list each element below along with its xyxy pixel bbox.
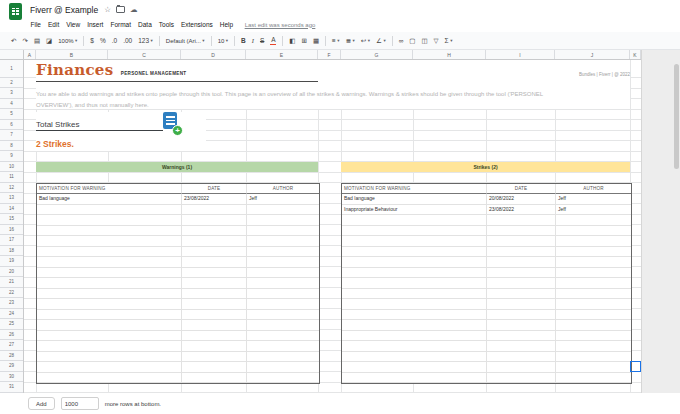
table-cell[interactable] (342, 320, 487, 331)
table-cell[interactable] (556, 362, 631, 373)
document-title[interactable]: Fiverr @ Example (30, 5, 98, 15)
table-cell[interactable] (342, 226, 487, 237)
column-header-J[interactable]: J (555, 50, 630, 59)
table-cell[interactable] (342, 341, 487, 352)
table-cell[interactable] (247, 362, 319, 373)
text-wrap-icon[interactable]: ↩▾ (358, 34, 372, 48)
table-cell[interactable] (487, 341, 556, 352)
row-header-7[interactable]: 7 (0, 130, 23, 141)
row-header-30[interactable]: 30 (0, 372, 23, 383)
vertical-align-icon[interactable]: ≣▾ (343, 34, 357, 48)
table-cell[interactable] (487, 236, 556, 247)
cloud-saved-icon[interactable]: ☁ (130, 5, 138, 15)
table-cell[interactable] (556, 247, 631, 258)
table-cell[interactable] (342, 278, 487, 289)
last-edit-link[interactable]: Last edit was seconds ago (245, 22, 316, 28)
table-cell[interactable]: Bad language (37, 194, 182, 205)
table-cell[interactable] (182, 257, 247, 268)
table-cell[interactable] (342, 289, 487, 300)
table-cell[interactable]: 23/08/2022 (487, 205, 556, 216)
table-cell[interactable] (556, 289, 631, 300)
menu-view[interactable]: View (63, 21, 84, 28)
strikes-header[interactable]: Strikes (2) (341, 162, 630, 173)
credit-text[interactable]: Bundles | Fiverr | @ 2022 (480, 72, 630, 77)
horizontal-align-icon[interactable]: ≡▾ (330, 34, 343, 48)
table-cell[interactable] (247, 331, 319, 342)
table-cell[interactable] (37, 331, 182, 342)
zoom-select[interactable]: 100%▾ (56, 34, 80, 48)
row-header-4[interactable]: 4 (0, 99, 23, 110)
table-cell[interactable] (247, 299, 319, 310)
table-cell[interactable] (37, 362, 182, 373)
table-cell[interactable] (247, 341, 319, 352)
table-cell[interactable] (182, 341, 247, 352)
table-cell[interactable] (556, 278, 631, 289)
table-cell[interactable] (182, 215, 247, 226)
row-header-23[interactable]: 23 (0, 298, 23, 309)
table-cell[interactable] (247, 236, 319, 247)
table-cell[interactable] (342, 331, 487, 342)
menu-help[interactable]: Help (216, 21, 236, 28)
row-header-2[interactable]: 2 (0, 78, 23, 89)
table-cell[interactable] (247, 257, 319, 268)
table-cell[interactable] (342, 257, 487, 268)
column-header-C[interactable]: C (108, 50, 181, 59)
row-header-31[interactable]: 31 (0, 382, 23, 393)
text-rotation-icon[interactable]: ∠▾ (374, 34, 389, 48)
sheet-title[interactable]: Finances (36, 61, 113, 79)
table-cell[interactable]: Jeff (247, 194, 319, 205)
table-cell[interactable] (487, 289, 556, 300)
row-header-17[interactable]: 17 (0, 235, 23, 246)
table-cell[interactable] (556, 310, 631, 321)
warnings-header[interactable]: Warnings (1) (36, 162, 318, 173)
format-percent-icon[interactable]: % (97, 34, 108, 48)
description-text[interactable]: You are able to add warnings and strikes… (36, 89, 543, 110)
table-cell[interactable] (342, 236, 487, 247)
total-strikes-value[interactable]: 2 Strikes. (36, 139, 74, 149)
table-cell[interactable] (182, 268, 247, 279)
undo-icon[interactable]: ↶ (9, 34, 19, 48)
vertical-scrollbar[interactable] (674, 64, 679, 169)
table-cell[interactable] (247, 289, 319, 300)
column-header-G[interactable]: G (341, 50, 413, 59)
table-cell[interactable] (182, 278, 247, 289)
table-cell[interactable]: 23/08/2022 (182, 194, 247, 205)
table-cell[interactable] (487, 331, 556, 342)
table-cell[interactable] (37, 257, 182, 268)
row-header-27[interactable]: 27 (0, 340, 23, 351)
table-cell[interactable] (556, 352, 631, 363)
table-cell[interactable] (37, 278, 182, 289)
move-to-folder-icon[interactable] (116, 6, 125, 13)
table-cell[interactable] (182, 331, 247, 342)
row-header-6[interactable]: 6 (0, 120, 23, 131)
table-cell[interactable] (37, 226, 182, 237)
table-cell[interactable] (247, 310, 319, 321)
strikethrough-icon[interactable]: S (257, 34, 266, 48)
table-cell[interactable] (487, 278, 556, 289)
table-cell[interactable] (247, 215, 319, 226)
table-cell[interactable] (37, 215, 182, 226)
table-cell[interactable] (37, 289, 182, 300)
row-header-18[interactable]: 18 (0, 246, 23, 257)
table-cell[interactable]: 20/08/2022 (487, 194, 556, 205)
table-cell[interactable] (37, 299, 182, 310)
table-cell[interactable] (182, 236, 247, 247)
table-cell[interactable] (247, 320, 319, 331)
table-cell[interactable] (556, 373, 631, 384)
table-cell[interactable] (182, 373, 247, 384)
table-cell[interactable] (342, 215, 487, 226)
redo-icon[interactable]: ↷ (20, 34, 30, 48)
row-header-10[interactable]: 10 (0, 162, 23, 173)
print-icon[interactable]: ▤ (31, 34, 42, 48)
menu-format[interactable]: Format (107, 21, 135, 28)
format-currency-icon[interactable]: $ (88, 34, 97, 48)
table-cell[interactable] (556, 215, 631, 226)
table-cell[interactable] (182, 289, 247, 300)
insert-chart-icon[interactable]: ◫ (419, 34, 430, 48)
table-cell[interactable] (247, 205, 319, 216)
table-cell[interactable] (37, 373, 182, 384)
column-header-D[interactable]: D (181, 50, 246, 59)
table-cell[interactable] (182, 299, 247, 310)
table-cell[interactable] (247, 373, 319, 384)
insert-comment-icon[interactable]: ▢ (407, 34, 418, 48)
